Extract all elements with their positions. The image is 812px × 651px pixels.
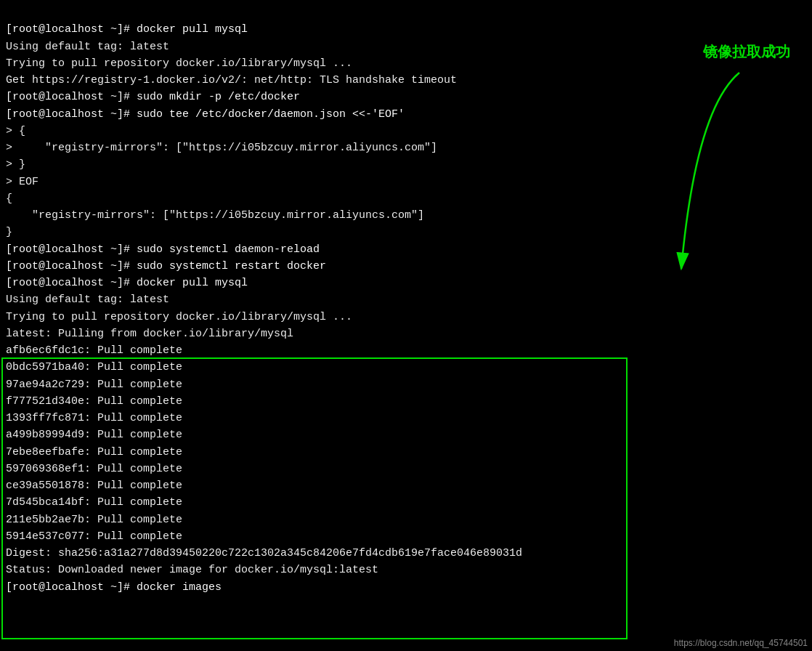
terminal-line: Digest: sha256:a31a277d8d39450220c722c13… [6,545,806,562]
terminal-line: afb6ec6fdc1c: Pull complete [6,342,806,359]
watermark: https://blog.csdn.net/qq_45744501 [674,638,808,648]
terminal-line: a499b89994d9: Pull complete [6,426,806,443]
arrow-icon [638,65,768,298]
terminal-line: 7ebe8eefbafe: Pull complete [6,444,806,461]
terminal-line: 97ae94a2c729: Pull complete [6,376,806,393]
terminal-line: 1393ff7fc871: Pull complete [6,410,806,426]
terminal-line: Trying to pull repository docker.io/libr… [6,309,806,326]
terminal-line: 5914e537c077: Pull complete [6,528,806,545]
terminal-line: [root@localhost ~]# docker pull mysql [6,21,806,38]
terminal-line: [root@localhost ~]# docker images [6,579,806,596]
terminal-line: Status: Downloaded newer image for docke… [6,562,806,578]
terminal-line: 597069368ef1: Pull complete [6,461,806,477]
terminal-line: f777521d340e: Pull complete [6,393,806,410]
terminal-line: latest: Pulling from docker.io/library/m… [6,326,806,342]
terminal-line: Using default tag: latest [6,39,806,55]
terminal-line: 7d545bca14bf: Pull complete [6,494,806,511]
terminal-line: 211e5bb2ae7b: Pull complete [6,512,806,528]
success-annotation: 镜像拉取成功 [703,42,790,62]
terminal-line: 0bdc5971ba40: Pull complete [6,359,806,376]
terminal-line: ce39a5501878: Pull complete [6,477,806,494]
